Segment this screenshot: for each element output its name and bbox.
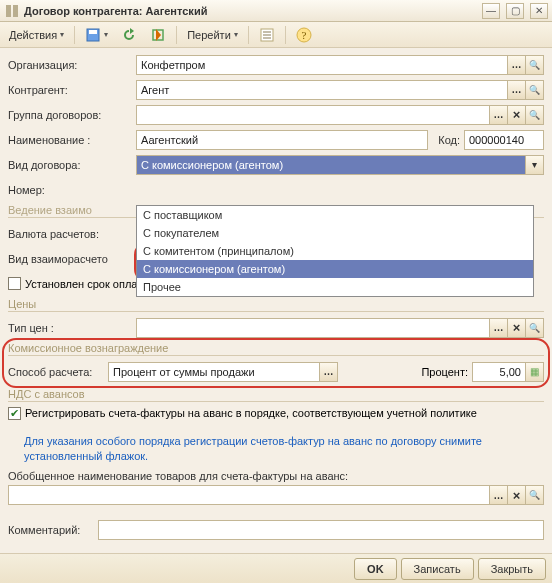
reg-label: Регистрировать счета-фактуры на аванс в … bbox=[25, 407, 477, 419]
dropdown-button[interactable] bbox=[525, 156, 543, 174]
dd-item-buyer[interactable]: С покупателем bbox=[137, 224, 533, 242]
toolbar-list-button[interactable] bbox=[254, 25, 280, 45]
save-label: Записать bbox=[414, 563, 461, 575]
name-value: Аагентский bbox=[137, 134, 427, 146]
tipcen-label: Тип цен : bbox=[8, 322, 136, 334]
dd-item-committent[interactable]: С комитентом (принципалом) bbox=[137, 242, 533, 260]
section-komiss: Комиссионное вознаграждение bbox=[8, 342, 544, 356]
select-button[interactable] bbox=[489, 319, 507, 337]
org-field[interactable]: Конфетпром bbox=[136, 55, 544, 75]
toolbar-separator bbox=[285, 26, 286, 44]
section-ceny: Цены bbox=[8, 298, 544, 312]
toolbar-separator bbox=[176, 26, 177, 44]
nds-hint: Для указания особого порядка регистрации… bbox=[8, 432, 544, 470]
select-button[interactable] bbox=[507, 81, 525, 99]
toolbar-action-button[interactable] bbox=[145, 25, 171, 45]
toolbar-save-dropdown[interactable]: ▾ bbox=[80, 25, 113, 45]
window-title: Договор контрагента: Аагентский bbox=[24, 5, 476, 17]
procent-label: Процент: bbox=[421, 366, 468, 378]
chevron-down-icon: ▾ bbox=[234, 30, 238, 39]
lookup-icon[interactable] bbox=[525, 486, 543, 504]
vid-value: С комиссионером (агентом) bbox=[137, 159, 525, 171]
ok-button[interactable]: OK bbox=[354, 558, 397, 580]
comment-label: Комментарий: bbox=[8, 524, 98, 536]
select-button[interactable] bbox=[507, 56, 525, 74]
code-field[interactable]: 000000140 bbox=[464, 130, 544, 150]
select-button[interactable] bbox=[489, 486, 507, 504]
actions-label: Действия bbox=[9, 29, 57, 41]
save-button[interactable]: Записать bbox=[401, 558, 474, 580]
svg-text:?: ? bbox=[301, 29, 306, 41]
chevron-down-icon: ▾ bbox=[60, 30, 64, 39]
ok-label: OK bbox=[367, 563, 384, 575]
minimize-button[interactable]: — bbox=[482, 3, 500, 19]
reg-checkbox[interactable]: ✔ bbox=[8, 407, 21, 420]
vid-vzaim-label: Вид взаиморасчето bbox=[8, 253, 138, 265]
lookup-icon[interactable] bbox=[525, 106, 543, 124]
help-button[interactable]: ? bbox=[291, 25, 317, 45]
goto-label: Перейти bbox=[187, 29, 231, 41]
nomer-label: Номер: bbox=[8, 184, 136, 196]
procent-field[interactable]: 5,00 bbox=[472, 362, 544, 382]
maximize-button[interactable]: ▢ bbox=[506, 3, 524, 19]
dd-item-other[interactable]: Прочее bbox=[137, 278, 533, 296]
clear-button[interactable] bbox=[507, 106, 525, 124]
svg-rect-0 bbox=[6, 5, 11, 17]
close-label: Закрыть bbox=[491, 563, 533, 575]
kontr-field[interactable]: Агент bbox=[136, 80, 544, 100]
org-label: Организация: bbox=[8, 59, 136, 71]
clear-button[interactable] bbox=[507, 319, 525, 337]
procent-value: 5,00 bbox=[473, 366, 525, 378]
goto-menu[interactable]: Перейти ▾ bbox=[182, 25, 243, 45]
kontr-value: Агент bbox=[137, 84, 507, 96]
name-field[interactable]: Аагентский bbox=[136, 130, 428, 150]
code-value: 000000140 bbox=[465, 134, 543, 146]
valuta-label: Валюта расчетов: bbox=[8, 228, 136, 240]
obob-field[interactable] bbox=[8, 485, 544, 505]
vid-dropdown[interactable]: С поставщиком С покупателем С комитентом… bbox=[136, 205, 534, 297]
calculator-icon[interactable] bbox=[525, 363, 543, 381]
vid-field[interactable]: С комиссионером (агентом) bbox=[136, 155, 544, 175]
svg-rect-3 bbox=[89, 30, 97, 34]
app-icon bbox=[4, 3, 20, 19]
srok-checkbox[interactable] bbox=[8, 277, 21, 290]
close-button[interactable]: Закрыть bbox=[478, 558, 546, 580]
section-nds: НДС с авансов bbox=[8, 388, 544, 402]
select-button[interactable] bbox=[319, 363, 337, 381]
org-value: Конфетпром bbox=[137, 59, 507, 71]
toolbar-separator bbox=[248, 26, 249, 44]
clear-button[interactable] bbox=[507, 486, 525, 504]
actions-menu[interactable]: Действия ▾ bbox=[4, 25, 69, 45]
obob-label: Обобщенное наименование товаров для счет… bbox=[8, 470, 544, 482]
toolbar-refresh-button[interactable] bbox=[116, 25, 142, 45]
tipcen-field[interactable] bbox=[136, 318, 544, 338]
group-field[interactable] bbox=[136, 105, 544, 125]
vid-label: Вид договора: bbox=[8, 159, 136, 171]
select-button[interactable] bbox=[489, 106, 507, 124]
lookup-icon[interactable] bbox=[525, 319, 543, 337]
sposob-label: Способ расчета: bbox=[8, 366, 108, 378]
kontr-label: Контрагент: bbox=[8, 84, 136, 96]
lookup-icon[interactable] bbox=[525, 81, 543, 99]
code-label: Код: bbox=[438, 134, 460, 146]
name-label: Наименование : bbox=[8, 134, 136, 146]
close-window-button[interactable]: ✕ bbox=[530, 3, 548, 19]
comment-field[interactable] bbox=[98, 520, 544, 540]
toolbar-separator bbox=[74, 26, 75, 44]
sposob-field[interactable]: Процент от суммы продажи bbox=[108, 362, 338, 382]
group-label: Группа договоров: bbox=[8, 109, 136, 121]
lookup-icon[interactable] bbox=[525, 56, 543, 74]
dd-item-commissioner[interactable]: С комиссионером (агентом) bbox=[137, 260, 533, 278]
chevron-down-icon: ▾ bbox=[104, 30, 108, 39]
dd-item-supplier[interactable]: С поставщиком bbox=[137, 206, 533, 224]
svg-rect-1 bbox=[13, 5, 18, 17]
sposob-value: Процент от суммы продажи bbox=[109, 366, 319, 378]
